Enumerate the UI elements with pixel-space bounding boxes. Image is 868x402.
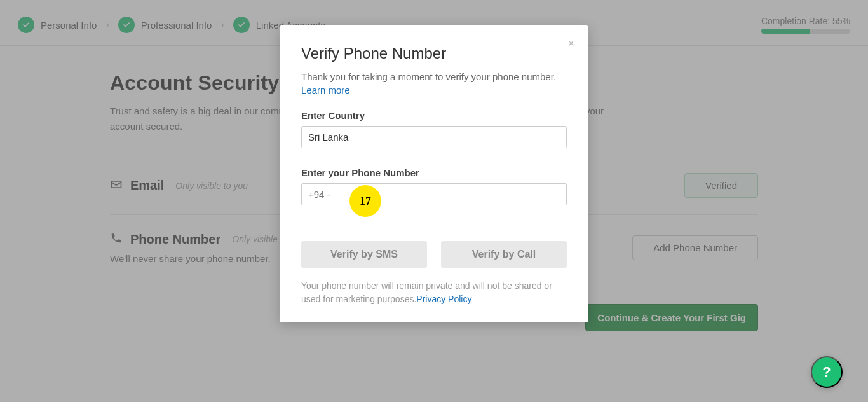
modal-privacy-note: Your phone number will remain private an… xyxy=(301,279,567,306)
privacy-policy-link[interactable]: Privacy Policy xyxy=(416,294,471,304)
verify-by-sms-button[interactable]: Verify by SMS xyxy=(301,241,427,268)
help-button[interactable]: ? xyxy=(811,356,843,388)
phone-label: Enter your Phone Number xyxy=(301,167,567,178)
instruction-badge: 17 xyxy=(349,185,381,217)
verify-by-call-button[interactable]: Verify by Call xyxy=(441,241,567,268)
modal-desc: Thank you for taking a moment to verify … xyxy=(301,71,556,82)
phone-number-input[interactable] xyxy=(301,183,567,205)
country-label: Enter Country xyxy=(301,110,567,121)
modal-title: Verify Phone Number xyxy=(301,45,567,62)
learn-more-link[interactable]: Learn more xyxy=(301,85,350,95)
country-input[interactable] xyxy=(301,126,567,148)
verify-phone-modal: × Verify Phone Number Thank you for taki… xyxy=(280,25,588,322)
close-icon[interactable]: × xyxy=(567,37,574,50)
